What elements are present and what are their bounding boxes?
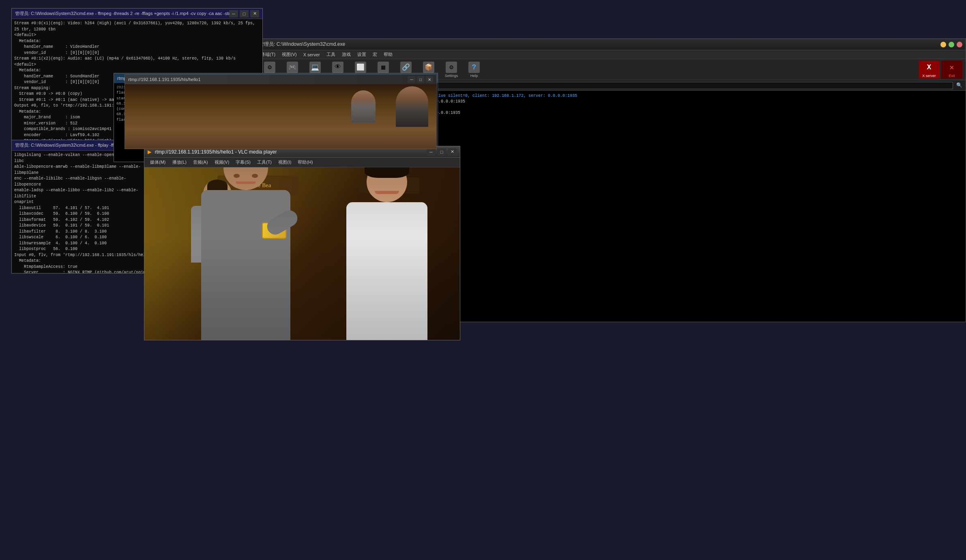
search-icon: 🔍 [956,82,962,88]
tunneling-icon: 🔗 [400,62,412,73]
mobaxterm-menubar: 终端(T) 视图(V) X server 工具 游戏 设置 宏 帮助 [256,50,966,59]
cmd-line: libswscale 6. 0.100 / 6. 0.100 [14,235,152,241]
vlc-menu-play[interactable]: 播放(L) [170,158,189,166]
cmd-line: libavutil 57. 4.101 / 57. 4.101 [14,205,152,212]
cmd-line: libavfilter 8. 3.100 / 8. 3.100 [14,229,152,235]
menu-tools[interactable]: 工具 [323,51,339,58]
games-icon: 🎮 [287,62,298,73]
split-icon: ⬜ [355,62,366,73]
vlc-close-btn[interactable]: ✕ [448,148,457,156]
vlc-menu-help[interactable]: 帮助(H) [295,158,315,166]
maximize-btn[interactable] [949,42,954,47]
cmd-win-controls: ─ □ ✕ [229,10,259,17]
vlc-menu-tools[interactable]: 工具(T) [255,158,274,166]
help-icon: ? [468,62,480,73]
rtmp-minimize-btn[interactable]: ─ [408,76,415,83]
rtmp-close-btn[interactable]: ✕ [426,76,433,83]
cmd-minimize-btn[interactable]: ─ [229,10,238,17]
cmd-line: onaprint [14,199,152,205]
rtmp-titlebar: rtmp://192.168.1.191:1935/hls/hello1 ─ □… [125,75,436,84]
vlc-video-area[interactable]: Coffee Bea Tea Lo [144,167,460,340]
exit-label: Exit [949,74,955,78]
cmd-ffplay-title: 管理员: C:\Windows\System32\cmd.exe - ffpla… [15,142,122,148]
menu-view[interactable]: 视图(V) [279,51,300,58]
tools-icon: ⚙ [264,62,275,73]
vlc-media-player: ▶ rtmp://192.168.1.191:1935/hls/hello1 -… [144,146,460,340]
close-btn[interactable] [957,42,962,47]
sessions-icon: 💻 [309,62,321,73]
vlc-menu-video[interactable]: 视频(V) [212,158,232,166]
vlc-title: rtmp://192.168.1.191:1935/hls/hello1 - V… [155,149,427,155]
vlc-menubar: 媒体(M) 播放(L) 音频(A) 视频(V) 字幕(S) 工具(T) 视图(I… [144,158,460,167]
vlc-maximize-btn[interactable]: □ [437,148,446,156]
cmd-line: Stream #0:0(x1)(eng): Video: h264 (High)… [14,21,260,32]
vlc-menu-view[interactable]: 视图(I) [276,158,294,166]
exit-icon: ✕ [946,62,957,73]
toolbar-help[interactable]: ? Help [464,61,485,79]
cmd-maximize-btn[interactable]: □ [240,10,249,17]
multiexec-icon: ▦ [378,62,389,73]
packages-icon: 📦 [423,62,434,73]
cmd-line: libavdevice 59. 0.101 / 59. 0.101 [14,223,152,229]
cmd-line: libpostproc 56. 0.100 [14,246,152,252]
xserver-label: X server [922,74,936,78]
rtmp-maximize-btn[interactable]: □ [417,76,424,83]
cmd-line: Metadata: [14,38,260,45]
cmd-line: libavformat 59. 4.102 / 59. 4.102 [14,217,152,223]
menu-games[interactable]: 游戏 [339,51,354,58]
view-icon: 👁 [332,62,343,73]
cmd-line: Metadata: [14,258,152,264]
cmd-line: enable-ladsp --enable-libbo --enable-lib… [14,188,152,199]
cmd-ffmpeg-title: 管理员: C:\Windows\System32\cmd.exe - ffmpe… [15,11,229,17]
rtmp-preview-window: rtmp://192.168.1.191:1935/hls/hello1 ─ □… [125,74,437,149]
rtmp-video-preview [125,84,436,149]
cmd-line: Stream #0:1(x2)(eng): Audio: aac (LC) (m… [14,56,260,68]
mobaxterm-title: 管理员: C:\Windows\System32\cmd.exe [259,41,938,48]
vlc-menu-media[interactable]: 媒体(M) [148,158,168,166]
cmd-ffmpeg-titlebar: 管理员: C:\Windows\System32\cmd.exe - ffmpe… [12,9,262,19]
settings-icon: ⚙ [446,62,457,73]
mobaxterm-titlebar: 管理员: C:\Windows\System32\cmd.exe [256,39,966,50]
vlc-menu-subtitle[interactable]: 字幕(S) [233,158,253,166]
rtmp-title: rtmp://192.168.1.191:1935/hls/hello1 [128,77,408,82]
cmd-line: Server : NGINX RTMP (github.com/arut/ngi… [14,270,152,273]
toolbar-settings[interactable]: ⚙ Settings [441,61,462,79]
cmd-line: RtmpSampleAccess: true [14,264,152,270]
cmd-line: vendor_id : [0][0][0][0] [14,50,260,56]
cmd-ffplay-body[interactable]: libgslslang --enable-vulkan --enable-ope… [12,151,155,273]
cmd-line: libswresample 4. 0.100 / 4. 0.100 [14,241,152,247]
vlc-minimize-btn[interactable]: ─ [427,148,436,156]
cmd-line: enc --enable-libilbc --enable-libgsn --e… [14,176,152,188]
menu-help[interactable]: 帮助 [380,51,396,58]
menu-settings[interactable]: 设置 [354,51,369,58]
settings-label: Settings [445,74,458,78]
cmd-line: handler_name : VideoHandler [14,44,260,50]
vlc-menu-audio[interactable]: 音频(A) [191,158,210,166]
cmd-line: able-libopencore-amrwb --enable-libmp3la… [14,164,152,176]
menu-macros[interactable]: 宏 [369,51,380,58]
menu-xserver[interactable]: X server [300,52,323,57]
cmd-line: libavcodec 59. 6.100 / 59. 6.100 [14,211,152,217]
cmd-line: Input #0, flv, from 'rtmp://192.168.1.19… [14,252,152,259]
help-label: Help [470,74,478,78]
toolbar-xserver[interactable]: X X server [919,61,940,79]
cmd-close-btn[interactable]: ✕ [250,10,259,17]
xserver-icon: X [923,62,935,73]
toolbar-exit[interactable]: ✕ Exit [941,61,962,79]
minimize-btn[interactable] [940,42,946,47]
cmd-line: <default> [14,32,260,38]
